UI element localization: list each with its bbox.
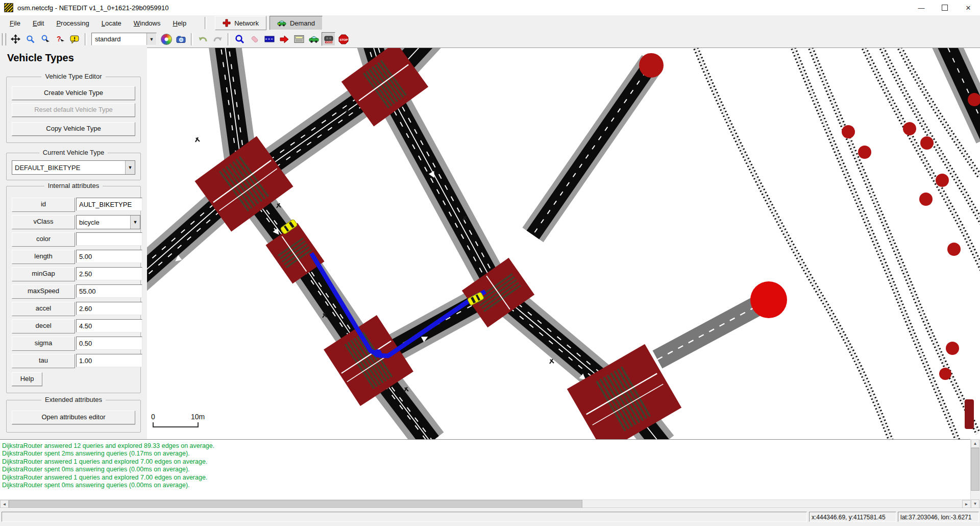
delete-mode-button[interactable]: [248, 32, 261, 46]
attr-field-sigma[interactable]: [76, 337, 142, 350]
magnifier-icon: [26, 35, 35, 44]
screenshot-button[interactable]: [174, 32, 188, 46]
green-car-icon: [309, 35, 319, 43]
redo-button[interactable]: [211, 32, 225, 46]
messages-button[interactable]: [68, 32, 82, 46]
minimize-button[interactable]: —: [910, 0, 933, 15]
menu-help[interactable]: Help: [167, 17, 192, 29]
railway-tracks[interactable]: [695, 48, 980, 439]
attr-field-mingap[interactable]: [76, 267, 142, 280]
road-end-bubble[interactable]: [639, 53, 664, 78]
attr-field-id[interactable]: [76, 198, 142, 211]
inspect-magnifier-icon: [235, 34, 245, 44]
redo-icon: [213, 35, 223, 44]
undo-icon: [198, 35, 208, 44]
vehicle-type-mode-button[interactable]: VARS: [322, 32, 335, 46]
toolbar-separator: [228, 33, 230, 45]
attr-field-maxspeed[interactable]: [76, 284, 142, 298]
vertical-scroll-thumb[interactable]: [971, 448, 979, 491]
data-device-icon: [294, 35, 304, 43]
current-vehicle-type-combo[interactable]: DEFAULT_BIKETYPE ▼: [12, 160, 135, 175]
attr-label-mingap[interactable]: minGap: [12, 267, 75, 281]
color-wheel-icon: [161, 34, 172, 45]
menu-edit[interactable]: Edit: [27, 17, 50, 29]
edit-coloring-button[interactable]: [159, 32, 173, 46]
attr-label-tau[interactable]: tau: [12, 354, 75, 368]
map-canvas[interactable]: 0 10m: [147, 48, 980, 439]
supermode-demand-button[interactable]: Demand: [270, 16, 323, 30]
attr-field-accel[interactable]: [76, 302, 142, 315]
svg-text:STOP: STOP: [339, 38, 348, 41]
netedit-window: osm.netccfg - NETEDIT v1_1_0+1621-29b095…: [0, 0, 980, 526]
menu-windows[interactable]: Windows: [128, 17, 166, 29]
svg-text:VARS: VARS: [326, 41, 332, 43]
scroll-down-button[interactable]: ▼: [971, 499, 979, 508]
attr-label-vclass[interactable]: vClass: [12, 215, 75, 229]
chevron-down-icon[interactable]: ▼: [146, 33, 156, 45]
attr-label-length[interactable]: length: [12, 250, 75, 264]
scale-bar: 0 10m: [151, 413, 205, 427]
create-vehicle-type-button[interactable]: Create Vehicle Type: [12, 86, 135, 100]
stop-sign-icon: STOP: [338, 34, 349, 44]
inspect-mode-button[interactable]: [233, 32, 247, 46]
zoom-cursor-button[interactable]: [38, 32, 52, 46]
toolbar: ? standard ▼: [0, 31, 980, 48]
attr-field-tau[interactable]: [76, 354, 142, 367]
attr-field-length[interactable]: [76, 250, 142, 263]
open-attributes-editor-button[interactable]: Open attributes editor: [12, 411, 135, 424]
attr-label-maxspeed[interactable]: maxSpeed: [12, 284, 75, 299]
scroll-up-button[interactable]: ▲: [971, 439, 979, 448]
attr-field-decel[interactable]: [76, 319, 142, 332]
edgedata-mode-button[interactable]: [292, 32, 306, 46]
attr-label-sigma[interactable]: sigma: [12, 337, 75, 351]
frame-title: Vehicle Types: [7, 52, 74, 64]
maximize-button[interactable]: [933, 0, 957, 15]
toolbar-grip[interactable]: [2, 33, 6, 45]
supermode-network-button[interactable]: Network: [215, 16, 266, 30]
menu-locate[interactable]: Locate: [96, 17, 127, 29]
status-bar: x:444346.69, y:4117581.45 lat:37.203046,…: [0, 508, 980, 526]
current-vehicle-type-value: DEFAULT_BIKETYPE: [12, 164, 125, 172]
help-button[interactable]: Help: [12, 372, 42, 386]
window-title: osm.netccfg - NETEDIT v1_1_0+1621-29b095…: [17, 4, 168, 12]
close-button[interactable]: ✕: [957, 0, 980, 15]
copy-vehicle-type-button[interactable]: Copy Vehicle Type: [12, 122, 135, 136]
status-latlon-coordinates: lat:37.203046, lon:-3.6271: [898, 512, 979, 522]
log-horizontal-scrollbar[interactable]: ◄ ►: [0, 499, 971, 509]
maximize-icon: [942, 5, 948, 11]
move-mode-button[interactable]: [277, 32, 291, 46]
select-mode-button[interactable]: [262, 32, 276, 46]
attr-label-decel[interactable]: decel: [12, 319, 75, 333]
app-icon: [4, 3, 13, 12]
dead-end-junction-bubble[interactable]: [750, 281, 787, 318]
horizontal-scroll-thumb[interactable]: [9, 500, 582, 509]
toolbar-separator: [191, 33, 193, 45]
attr-field-color[interactable]: [76, 232, 142, 246]
zoom-extent-button[interactable]: [23, 32, 37, 46]
toolbar-separator: [85, 33, 87, 45]
scroll-right-button[interactable]: ►: [962, 500, 971, 509]
message-log[interactable]: DijkstraRouter answered 12 queries and e…: [0, 439, 971, 499]
menu-file[interactable]: File: [4, 17, 26, 29]
stop-mode-button[interactable]: STOP: [336, 32, 350, 46]
vehicle-mode-button[interactable]: [307, 32, 321, 46]
undo-button[interactable]: [196, 32, 210, 46]
group-title: Internal attributes: [44, 182, 103, 189]
extended-attributes-group: Extended attributes Open attributes edit…: [6, 400, 141, 433]
log-vertical-scrollbar[interactable]: ▲ ▼: [970, 439, 980, 508]
attr-label-accel[interactable]: accel: [12, 302, 75, 316]
attr-label-id[interactable]: id: [12, 198, 75, 212]
coloring-scheme-combo[interactable]: standard ▼: [91, 33, 157, 45]
group-title: Current Vehicle Type: [39, 149, 108, 156]
map-canvas-area[interactable]: 0 10m: [147, 47, 980, 440]
menu-processing[interactable]: Processing: [51, 17, 94, 29]
attr-field-vclass[interactable]: bicycle ▼: [76, 215, 140, 229]
group-title: Extended attributes: [41, 396, 106, 403]
chevron-down-icon[interactable]: ▼: [130, 216, 140, 229]
chevron-down-icon[interactable]: ▼: [125, 161, 135, 174]
move-view-button[interactable]: [9, 32, 22, 46]
log-line: DijkstraRouter answered 1 queries and ex…: [2, 474, 971, 482]
whats-this-button[interactable]: ?: [53, 32, 67, 46]
attr-label-color[interactable]: color: [12, 232, 75, 247]
scroll-left-button[interactable]: ◄: [0, 500, 9, 509]
